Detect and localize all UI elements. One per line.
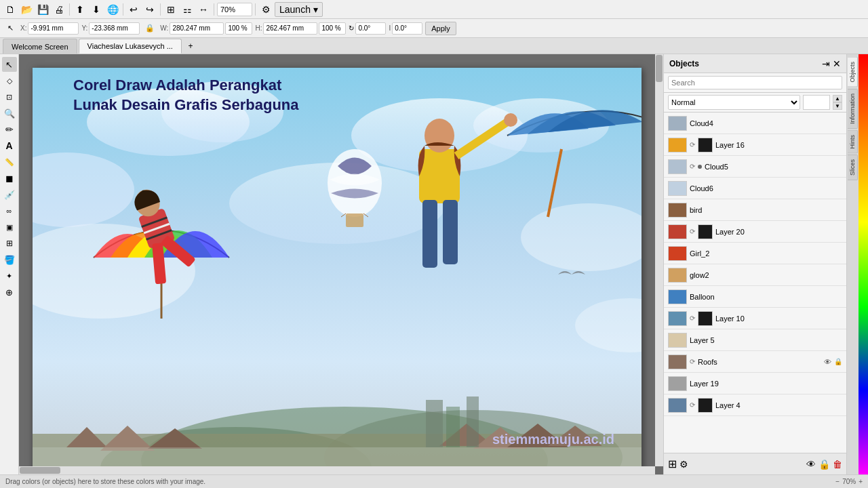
layer-name: glow2 (690, 271, 842, 279)
color-swatch-bar[interactable] (859, 54, 868, 474)
layer-link-icon[interactable]: ⟳ (690, 228, 695, 235)
blend-mode-select[interactable]: Normal (668, 95, 800, 110)
h-percent-input[interactable] (319, 22, 346, 35)
horizontal-scrollbar[interactable] (19, 466, 655, 474)
y-input[interactable] (89, 22, 140, 35)
shadow-tool[interactable]: ▣ (2, 220, 17, 235)
layer-item[interactable]: ⟳Layer 10👁 (664, 308, 846, 329)
import-btn[interactable]: ⬆ (73, 2, 87, 17)
opacity-up-btn[interactable]: ▲ (833, 95, 842, 102)
fill-tool[interactable]: ◼ (2, 171, 17, 186)
panel-close-btn[interactable]: ✕ (833, 58, 841, 69)
transform-btn[interactable]: ↔ (196, 2, 211, 17)
smart-tool[interactable]: ✦ (2, 268, 17, 283)
opacity-input[interactable]: 100 (803, 95, 830, 110)
layer-name: Balloon (690, 293, 842, 301)
w-percent-input[interactable] (225, 22, 252, 35)
open-btn[interactable]: 📂 (19, 2, 34, 17)
vertical-scrollbar[interactable] (655, 54, 663, 466)
layer-item[interactable]: glow2👁 (664, 264, 846, 286)
layer-item[interactable]: bird👁 (664, 199, 846, 221)
tab-welcome[interactable]: Welcome Screen (3, 39, 77, 54)
layer-item[interactable]: Girl_2👁 (664, 243, 846, 264)
layer-link-icon[interactable]: ⟳ (690, 358, 695, 365)
layer-link-icon[interactable]: ⟳ (690, 163, 695, 170)
layer-thumbnail (668, 246, 687, 261)
zoom-tool[interactable]: 🔍 (2, 106, 17, 121)
snap-btn[interactable]: ⊞ (163, 2, 178, 17)
rotation-input[interactable] (355, 22, 386, 35)
slices-tab[interactable]: Slices (848, 155, 858, 180)
svg-rect-21 (426, 400, 443, 447)
eye-btn[interactable]: 👁 (806, 459, 816, 470)
interactive-tool[interactable]: ⊞ (2, 236, 17, 251)
lock-aspect-btn[interactable]: 🔒 (142, 21, 157, 36)
canvas[interactable]: Corel Draw Adalah Perangkat Lunak Desain… (33, 68, 642, 466)
settings-btn[interactable]: ⚙ (258, 2, 273, 17)
lock-btn[interactable]: 🔒 (818, 459, 830, 470)
vertical-scroll-thumb[interactable] (656, 55, 663, 82)
skew-input[interactable] (392, 22, 422, 35)
layer-item[interactable]: Cloud6👁 (664, 178, 846, 199)
paintbucket-tool[interactable]: 🪣 (2, 252, 17, 267)
shape-tool[interactable]: ◇ (2, 73, 17, 88)
measure-tool[interactable]: 📏 (2, 155, 17, 169)
delete-layer-btn[interactable]: 🗑 (833, 459, 842, 470)
undo-btn[interactable]: ↩ (126, 2, 141, 17)
new-file-btn[interactable]: 🗋 (3, 2, 18, 17)
tab-document[interactable]: Viacheslav Lukasevych ... (79, 39, 182, 54)
layer-item[interactable]: Layer 5👁 (664, 329, 846, 351)
text-tool[interactable]: A (2, 138, 17, 153)
redo-btn[interactable]: ↪ (142, 2, 157, 17)
canvas-area[interactable]: Corel Draw Adalah Perangkat Lunak Desain… (19, 54, 663, 474)
print-btn[interactable]: 🖨 (52, 2, 66, 17)
save-btn[interactable]: 💾 (35, 2, 50, 17)
color-picker-tool[interactable]: 💉 (2, 187, 17, 202)
export-btn[interactable]: ⬇ (89, 2, 104, 17)
freehand-tool[interactable]: ✏ (2, 122, 17, 137)
layer-lock-icon[interactable]: 🔒 (834, 358, 842, 365)
layer-item[interactable]: Balloon👁 (664, 286, 846, 308)
publish-btn[interactable]: 🌐 (105, 2, 120, 17)
panel-expand-btn[interactable]: ⇥ (822, 58, 830, 69)
align-btn[interactable]: ⚏ (180, 2, 195, 17)
zoom-display[interactable]: 70% (217, 3, 252, 16)
blend-tool[interactable]: ∞ (2, 203, 17, 218)
launch-btn[interactable]: Launch ▾ (275, 2, 323, 17)
layer-thumbnail (668, 289, 687, 304)
layer-item[interactable]: ⟳Roofs👁🔒 (664, 351, 846, 373)
layer-link-icon[interactable]: ⟳ (690, 141, 695, 148)
opacity-spinner[interactable]: ▲ ▼ (833, 95, 842, 110)
layer-item[interactable]: Cloud4👁 (664, 113, 846, 134)
layer-item[interactable]: ⟳Layer 20👁 (664, 221, 846, 243)
layer-thumbnail (668, 333, 687, 348)
horizontal-scroll-thumb[interactable] (20, 467, 60, 474)
layer-settings-btn[interactable]: ⚙ (679, 459, 688, 470)
layer-item[interactable]: ⟳Layer 4👁 (664, 394, 846, 416)
add-layer-btn[interactable]: ⊞ (668, 458, 677, 470)
crop-tool[interactable]: ⊡ (2, 89, 17, 104)
layer-link-icon[interactable]: ⟳ (690, 314, 695, 322)
select-tool-small[interactable]: ↖ (3, 21, 18, 36)
layer-name: Cloud4 (690, 119, 842, 127)
search-input[interactable] (668, 76, 842, 89)
zoom-in-btn[interactable]: + (859, 478, 863, 485)
layer-link-icon[interactable]: ⟳ (690, 401, 695, 409)
connector-tool[interactable]: ⊕ (2, 285, 17, 300)
layer-item[interactable]: Layer 19👁 (664, 373, 846, 394)
hints-tab[interactable]: Hints (848, 130, 858, 154)
objects-tab[interactable]: Objects (848, 57, 858, 87)
add-tab-btn[interactable]: + (183, 39, 198, 54)
zoom-out-btn[interactable]: − (835, 478, 840, 485)
information-tab[interactable]: Information (848, 89, 858, 129)
select-tool[interactable]: ↖ (2, 57, 17, 72)
layer-thumbnail (668, 268, 687, 283)
apply-button[interactable]: Apply (425, 22, 456, 35)
layer-item[interactable]: ⟳Cloud5👁 (664, 156, 846, 178)
opacity-down-btn[interactable]: ▼ (833, 102, 842, 110)
w-input[interactable] (170, 22, 224, 35)
x-input[interactable] (28, 22, 79, 35)
h-input[interactable] (263, 22, 317, 35)
layer-visibility-icon[interactable]: 👁 (824, 358, 831, 366)
layer-item[interactable]: ⟳Layer 16👁 (664, 134, 846, 156)
